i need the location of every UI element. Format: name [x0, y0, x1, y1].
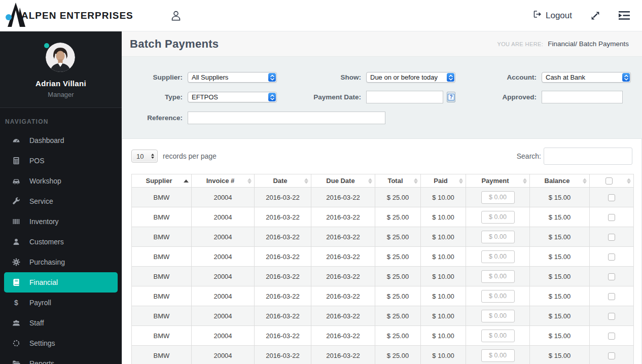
column-header-due-date[interactable]: Due Date	[311, 174, 375, 188]
sidebar-item-purchasing[interactable]: Purchasing	[0, 252, 122, 272]
quick-sidebar-toggle-icon[interactable]	[619, 11, 630, 20]
records-per-page-select[interactable]: 10	[131, 150, 158, 163]
cell-due-date: 2016-03-22	[311, 306, 375, 326]
column-header-invoice[interactable]: Invoice #	[192, 174, 255, 188]
select-all-checkbox[interactable]	[605, 177, 613, 185]
logout-button[interactable]: Logout	[532, 10, 572, 21]
cell-select	[590, 227, 634, 247]
sidebar-item-inventory[interactable]: Inventory	[0, 211, 122, 232]
payment-amount-input[interactable]	[481, 290, 515, 303]
cell-balance: $ 15.00	[530, 207, 590, 227]
cell-supplier: BMW	[132, 346, 192, 364]
sidebar-item-settings[interactable]: Settings	[0, 333, 122, 353]
cell-payment	[466, 286, 530, 306]
payment-amount-input[interactable]	[481, 310, 515, 322]
records-per-page-label: records per page	[163, 152, 217, 160]
select-stepper-icon	[622, 73, 630, 82]
supplier-select[interactable]: All Suppliers	[188, 72, 277, 83]
nav-item-label: Purchasing	[29, 258, 65, 266]
row-checkbox[interactable]	[608, 253, 615, 261]
sidebar-item-customers[interactable]: Customers	[0, 232, 122, 252]
sort-asc-icon	[184, 179, 189, 183]
sidebar-item-staff[interactable]: Staff	[0, 313, 122, 333]
cell-date: 2016-03-22	[255, 188, 311, 207]
sidebar-item-pos[interactable]: POS	[0, 151, 122, 171]
column-header-paid[interactable]: Paid	[421, 174, 466, 188]
table-panel: 10 records per page Search:	[122, 138, 642, 364]
row-checkbox[interactable]	[608, 333, 615, 340]
cell-supplier: BMW	[132, 188, 192, 207]
brand-logo[interactable]: ALPEN ENTERPRISES	[0, 3, 128, 29]
column-header-balance[interactable]: Balance	[530, 174, 590, 188]
column-header-select-all[interactable]	[590, 174, 634, 188]
fullscreen-expand-icon[interactable]	[590, 11, 600, 21]
sidebar-item-financial[interactable]: Financial	[4, 272, 118, 293]
cell-invoice: 20004	[192, 267, 255, 286]
approved-input[interactable]	[542, 91, 623, 103]
cell-due-date: 2016-03-22	[311, 247, 375, 267]
sidebar-item-dashboard[interactable]: Dashboard	[0, 130, 122, 151]
row-checkbox[interactable]	[608, 234, 615, 241]
users-icon	[12, 319, 20, 327]
column-header-total[interactable]: Total	[375, 174, 421, 188]
search-input[interactable]	[544, 148, 632, 165]
sidebar-item-reports[interactable]: Reports	[0, 353, 122, 364]
breadcrumb-path[interactable]: Financial/ Batch Payments	[548, 40, 629, 48]
cell-payment	[466, 267, 530, 286]
payment-amount-input[interactable]	[481, 349, 515, 362]
user-profile-icon[interactable]	[170, 10, 182, 22]
cell-due-date: 2016-03-22	[311, 227, 375, 247]
gear-icon	[12, 258, 20, 266]
cell-balance: $ 15.00	[530, 267, 590, 286]
cell-date: 2016-03-22	[255, 346, 311, 364]
sidebar-item-payroll[interactable]: $ Payroll	[0, 293, 122, 313]
account-label: Account:	[460, 74, 537, 81]
cell-select	[590, 188, 634, 207]
row-checkbox[interactable]	[608, 214, 615, 221]
show-select[interactable]: Due on or before today	[366, 72, 455, 83]
cell-balance: $ 15.00	[530, 247, 590, 267]
nav-item-label: Inventory	[29, 217, 59, 226]
payment-amount-input[interactable]	[481, 211, 515, 224]
cell-due-date: 2016-03-22	[311, 267, 375, 286]
cell-date: 2016-03-22	[255, 326, 311, 346]
cell-paid: $ 10.00	[421, 247, 466, 267]
sidebar-item-workshop[interactable]: Workshop	[0, 171, 122, 191]
payment-amount-input[interactable]	[481, 231, 515, 243]
payment-amount-input[interactable]	[481, 330, 515, 342]
cell-balance: $ 15.00	[530, 346, 590, 364]
page-header: Batch Payments YOU ARE HERE: Financial/ …	[122, 31, 642, 57]
payment-date-input[interactable]	[366, 91, 443, 103]
table-row: BMW 20004 2016-03-22 2016-03-22 $ 25.00 …	[132, 306, 634, 326]
row-checkbox[interactable]	[608, 313, 615, 320]
account-select[interactable]: Cash at Bank	[542, 72, 631, 83]
row-checkbox[interactable]	[608, 273, 615, 280]
avatar	[46, 43, 75, 72]
folder-icon	[12, 359, 20, 364]
reference-input[interactable]	[188, 112, 385, 124]
row-checkbox[interactable]	[608, 293, 615, 300]
profile-name: Adrian Villani	[0, 79, 122, 88]
payment-amount-input[interactable]	[481, 270, 515, 283]
cell-due-date: 2016-03-22	[311, 207, 375, 227]
column-header-date[interactable]: Date	[255, 174, 311, 188]
payment-amount-input[interactable]	[481, 250, 515, 263]
nav-item-label: Financial	[29, 278, 58, 286]
row-checkbox[interactable]	[608, 194, 615, 201]
cell-invoice: 20004	[192, 207, 255, 227]
sidebar-toggle-hamburger-icon[interactable]	[137, 11, 149, 20]
table-toolbar: 10 records per page Search:	[131, 148, 632, 165]
sidebar-item-service[interactable]: Service	[0, 191, 122, 211]
row-checkbox[interactable]	[608, 352, 615, 359]
cell-select	[590, 346, 634, 364]
payment-amount-input[interactable]	[481, 191, 515, 204]
cell-balance: $ 15.00	[530, 326, 590, 346]
cell-date: 2016-03-22	[255, 247, 311, 267]
dashboard-icon	[12, 136, 20, 144]
type-select[interactable]: EFTPOS	[188, 92, 277, 102]
column-header-payment[interactable]: Payment	[466, 174, 530, 188]
sign-out-icon	[532, 10, 542, 21]
calendar-help-button[interactable]: ?	[447, 92, 455, 102]
column-header-supplier[interactable]: Supplier	[132, 174, 192, 188]
cell-total: $ 25.00	[375, 227, 421, 247]
